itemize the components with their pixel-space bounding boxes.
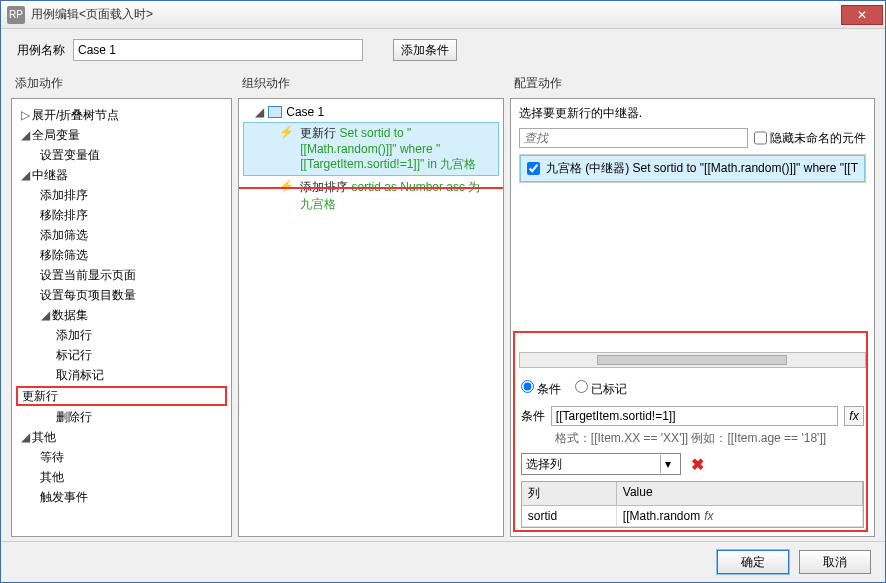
repeater-item[interactable]: 九宫格 (中继器) Set sortid to "[[Math.random()… — [520, 155, 865, 182]
tree-remove-sort[interactable]: 移除排序 — [14, 205, 229, 225]
ok-button[interactable]: 确定 — [717, 550, 789, 574]
org-action-add-sort[interactable]: ⚡ 添加排序 sortid as Number asc 为 九宫格 — [243, 176, 499, 216]
tree-mark-row[interactable]: 标记行 — [14, 345, 229, 365]
tree-fire-event[interactable]: 触发事件 — [14, 487, 229, 507]
repeater-item-check[interactable] — [527, 162, 540, 175]
tree-add-sort[interactable]: 添加排序 — [14, 185, 229, 205]
condition-label: 条件 — [521, 408, 545, 425]
tree-unmark[interactable]: 取消标记 — [14, 365, 229, 385]
tree-update-row[interactable]: 更新行 — [16, 386, 227, 406]
tree-expand-collapse[interactable]: ▷展开/折叠树节点 — [14, 105, 229, 125]
delete-icon[interactable]: ✖ — [691, 455, 704, 474]
fx-button[interactable]: fx — [844, 406, 864, 426]
add-condition-button[interactable]: 添加条件 — [393, 39, 457, 61]
tree-set-var[interactable]: 设置变量值 — [14, 145, 229, 165]
columns-table: 列 Value sortid [[Math.randomfx — [521, 481, 864, 528]
tree-repeater[interactable]: ◢中继器 — [14, 165, 229, 185]
triangle-down-icon: ◢ — [255, 105, 264, 119]
app-icon: RP — [7, 6, 25, 24]
tree-wait[interactable]: 等待 — [14, 447, 229, 467]
col-org-header: 组织动作 — [238, 71, 504, 98]
tree-remove-filter[interactable]: 移除筛选 — [14, 245, 229, 265]
tree-set-current-page[interactable]: 设置当前显示页面 — [14, 265, 229, 285]
td-column[interactable]: sortid — [522, 506, 617, 527]
th-column: 列 — [522, 482, 617, 506]
case-icon — [268, 106, 282, 118]
fx-small-button[interactable]: fx — [704, 509, 713, 523]
close-button[interactable]: ✕ — [841, 5, 883, 25]
window-title: 用例编辑<页面载入时> — [31, 6, 841, 23]
case-name-input[interactable] — [73, 39, 363, 61]
tree-other[interactable]: ◢其他 — [14, 427, 229, 447]
hide-unnamed-checkbox[interactable]: 隐藏未命名的元件 — [754, 128, 866, 148]
radio-condition[interactable]: 条件 — [521, 380, 561, 398]
search-input[interactable] — [519, 128, 748, 148]
col-add-header: 添加动作 — [11, 71, 232, 98]
tree-other2[interactable]: 其他 — [14, 467, 229, 487]
select-column-combo[interactable]: 选择列 ▾ — [521, 453, 681, 475]
tree-dataset[interactable]: ◢数据集 — [14, 305, 229, 325]
cfg-instruction: 选择要更新行的中继器. — [511, 99, 874, 128]
tree-delete-row[interactable]: 删除行 — [14, 407, 229, 427]
org-action-update-row[interactable]: ⚡ 更新行 Set sortid to "[[Math.random()]]" … — [243, 122, 499, 176]
condition-input[interactable] — [551, 406, 838, 426]
tree-global-vars[interactable]: ◢全局变量 — [14, 125, 229, 145]
tree-set-items-per-page[interactable]: 设置每页项目数量 — [14, 285, 229, 305]
col-cfg-header: 配置动作 — [510, 71, 875, 98]
chevron-down-icon: ▾ — [660, 455, 676, 473]
td-value[interactable]: [[Math.randomfx — [617, 506, 863, 527]
case-name-label: 用例名称 — [17, 42, 65, 59]
radio-marked[interactable]: 已标记 — [575, 380, 627, 398]
lightning-icon: ⚡ — [279, 179, 294, 213]
format-hint: 格式：[[Item.XX == 'XX']] 例如：[[Item.age == … — [511, 428, 874, 453]
tree-add-row[interactable]: 添加行 — [14, 325, 229, 345]
lightning-icon: ⚡ — [279, 125, 294, 173]
tree-add-filter[interactable]: 添加筛选 — [14, 225, 229, 245]
org-case[interactable]: ◢ Case 1 — [243, 103, 499, 122]
horizontal-scrollbar[interactable] — [519, 352, 866, 368]
th-value: Value — [617, 482, 863, 506]
cancel-button[interactable]: 取消 — [799, 550, 871, 574]
